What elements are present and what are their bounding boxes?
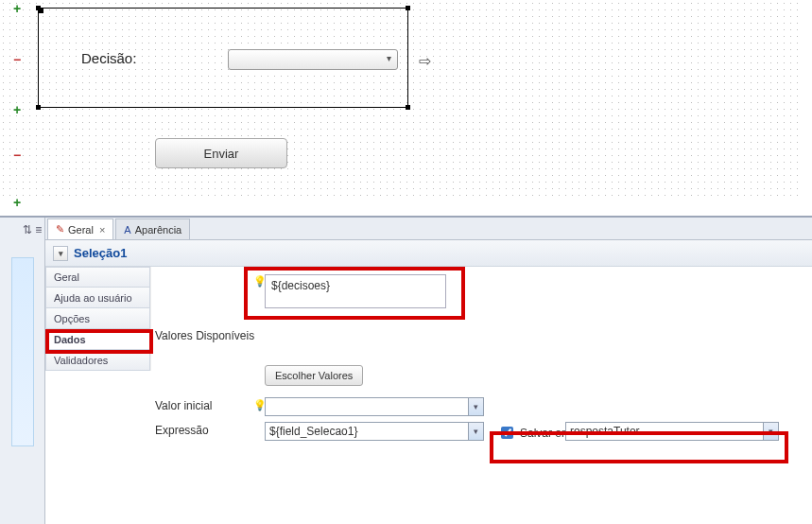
save-in-input[interactable]: respostaTutor ▾	[565, 422, 779, 441]
field-label: Decisão:	[81, 50, 136, 66]
save-in-value: respostaTutor	[570, 425, 640, 438]
sidenav-item-label: Validadores	[54, 355, 108, 366]
next-arrow-icon[interactable]: ⇨	[419, 52, 431, 70]
choose-values-label: Escolher Valores	[275, 370, 353, 381]
section-title-text: Seleção1	[74, 246, 127, 260]
save-in-label: Salvar em	[520, 427, 571, 440]
sidenav-item-ajuda[interactable]: Ajuda ao usuário	[45, 288, 150, 308]
add-handle-icon[interactable]: +	[13, 1, 21, 16]
sidenav-item-label: Dados	[54, 334, 86, 345]
tab-label: Aparência	[135, 224, 182, 236]
tab-bar: ✎ Geral × A Aparência	[45, 218, 812, 240]
add-handle-icon[interactable]: +	[13, 102, 21, 117]
expression-input[interactable]: ${field_Selecao1} ▾	[265, 422, 484, 441]
form-area: 💡 ${decisoes} Valores Disponíveis Escolh…	[153, 267, 812, 524]
resize-handle-icon[interactable]	[406, 105, 410, 110]
properties-panel: ⇅ ≡ ✎ Geral × A Aparência ▾ Seleção1 Ger…	[0, 216, 812, 524]
save-in-checkbox[interactable]	[501, 427, 513, 439]
resize-handle-icon[interactable]	[36, 105, 41, 110]
choose-values-button[interactable]: Escolher Valores	[265, 365, 363, 386]
tab-general[interactable]: ✎ Geral ×	[47, 218, 113, 239]
resize-handle-icon[interactable]	[406, 6, 410, 10]
sidenav-item-label: Geral	[54, 271, 79, 283]
expression-label: Expressão	[155, 424, 209, 437]
outline-selection[interactable]	[11, 257, 34, 446]
remove-handle-icon[interactable]: −	[13, 148, 21, 163]
dropdown-icon[interactable]: ▾	[468, 423, 483, 440]
dropdown-icon[interactable]: ▾	[468, 398, 483, 415]
outline-toggle-icon[interactable]: ⇅ ≡	[23, 223, 42, 236]
expression-text: ${field_Selecao1}	[269, 425, 357, 438]
sidenav-item-label: Opções	[54, 313, 90, 324]
side-nav: Geral Ajuda ao usuário Opções Dados Vali…	[45, 267, 151, 371]
chevron-down-icon[interactable]: ▾	[53, 246, 68, 261]
pencil-icon: ✎	[56, 223, 64, 236]
sidenav-item-validadores[interactable]: Validadores	[45, 350, 150, 371]
appearance-icon: A	[124, 224, 130, 236]
sidenav-item-geral[interactable]: Geral	[45, 267, 150, 288]
initial-value-label: Valor inicial	[155, 399, 212, 412]
section-title-bar[interactable]: ▾ Seleção1	[45, 240, 812, 267]
tab-appearance[interactable]: A Aparência	[115, 218, 190, 239]
selected-field-container[interactable]: Decisão:	[38, 8, 408, 108]
initial-value-input[interactable]: ▾	[265, 397, 484, 416]
submit-button[interactable]: Enviar	[155, 138, 287, 168]
sidenav-item-dados[interactable]: Dados	[45, 329, 150, 350]
tab-label: Geral	[68, 224, 94, 236]
expr-text: ${decisoes}	[271, 279, 330, 292]
dropdown-icon[interactable]: ▾	[763, 423, 778, 440]
design-canvas[interactable]: + − + − + Decisão: ⇨ Enviar	[0, 0, 812, 214]
available-values-label: Valores Disponíveis	[155, 329, 254, 342]
add-handle-icon[interactable]: +	[13, 195, 21, 210]
submit-button-label: Enviar	[204, 147, 239, 161]
close-icon[interactable]: ×	[99, 224, 105, 236]
available-values-expr-input[interactable]: ${decisoes}	[265, 274, 446, 308]
sidenav-item-opcoes[interactable]: Opções	[45, 308, 150, 329]
sidenav-item-label: Ajuda ao usuário	[54, 292, 132, 304]
resize-handle-icon[interactable]	[36, 6, 41, 10]
outline-gutter: ⇅ ≡	[0, 218, 45, 524]
remove-handle-icon[interactable]: −	[13, 52, 21, 67]
decision-select[interactable]	[228, 49, 398, 70]
save-in-checkbox-row[interactable]: Salvar em	[497, 424, 571, 442]
